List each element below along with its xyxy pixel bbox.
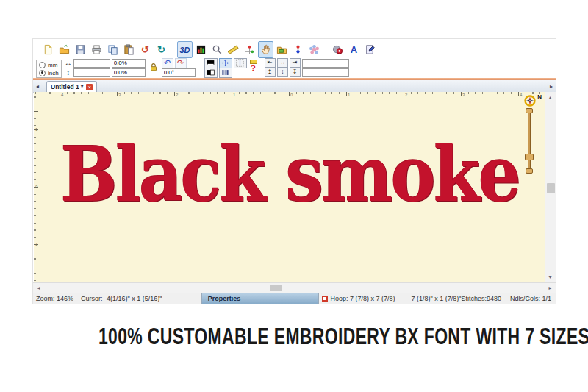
slider-bottom-knob[interactable] — [526, 168, 533, 174]
scroll-up-icon[interactable]: ▴ — [545, 93, 555, 102]
align-bottom-button[interactable]: ↧ — [290, 68, 301, 77]
marketing-caption: 100% CUSTOMABLE EMBROIDERY BX FONT WITH … — [0, 324, 588, 350]
unit-mm-option[interactable]: mm — [39, 61, 59, 68]
align-top-button[interactable]: ↥ — [265, 68, 276, 77]
zoom-level: Zoom: 146% — [36, 295, 74, 302]
stitch-pattern-icon[interactable] — [306, 41, 322, 58]
mm-radio[interactable] — [39, 62, 46, 68]
redo-button[interactable]: ↷ — [175, 58, 187, 68]
ruler-top-label: 3 — [462, 93, 465, 97]
status-right: Hoop: 7 (7/8) x 7 (7/8) 7 (1/8)" x 1 (7/… — [319, 295, 556, 302]
main-toolbar: ↺↻3DA — [40, 40, 378, 59]
measure-tool-icon[interactable] — [226, 41, 241, 58]
open-file-icon[interactable] — [57, 41, 72, 58]
contrast-view-button[interactable] — [204, 68, 218, 78]
toolbar-separator — [173, 43, 173, 57]
width-input[interactable] — [74, 59, 110, 68]
vertical-scrollbar[interactable]: ▴ ▾ — [545, 92, 556, 282]
properties-label: Properties — [202, 295, 319, 302]
properties-panel-bar[interactable]: Properties — [201, 293, 320, 304]
fit-to-window-button[interactable] — [234, 58, 247, 68]
design-properties-icon[interactable] — [330, 41, 345, 58]
needles-colors: Ndls/Cols: 1/1 — [510, 295, 556, 302]
save-file-icon[interactable] — [73, 41, 88, 58]
print-icon[interactable] — [89, 41, 104, 58]
paste-icon[interactable] — [121, 41, 137, 58]
ruler-top-label: 3 — [118, 93, 121, 97]
new-file-icon[interactable] — [40, 41, 56, 58]
ruler-left-label: 1 — [35, 242, 37, 246]
vertical-resize-icon: ↕ — [65, 68, 72, 76]
height-input[interactable] — [74, 68, 110, 77]
ruler-left-label: 1 — [35, 127, 37, 132]
horizontal-resize-icon: ↔ — [65, 59, 72, 67]
half-rect-icon — [206, 68, 215, 76]
question-icon: ? — [251, 64, 256, 73]
toolbar-separator — [326, 43, 326, 57]
page: ↺↻3DA mm inch ↔ ↕ — [0, 0, 588, 392]
lock-icon — [148, 62, 159, 73]
rotation-input[interactable] — [162, 68, 196, 77]
cursor-position: Cursor: -4(1/16)" x 1 (5/16)" — [81, 295, 162, 302]
vertical-scroll-thumb[interactable] — [547, 183, 555, 193]
aspect-lock-button[interactable] — [148, 62, 159, 74]
copy-icon[interactable] — [105, 41, 121, 58]
height-percent-input[interactable] — [112, 68, 146, 77]
select-hand-icon[interactable] — [258, 41, 273, 58]
move-cross-icon — [220, 59, 230, 67]
center-design-button[interactable] — [219, 58, 232, 68]
ruler-top-label: 0 — [290, 93, 293, 97]
density-view-button[interactable] — [219, 68, 232, 78]
document-tabbar: ◂ Untitled 1 * × ▸ — [33, 80, 556, 93]
inch-radio[interactable] — [39, 70, 46, 76]
show-hoop-button[interactable] — [204, 58, 218, 68]
fit-cross-icon — [235, 59, 245, 67]
ruler-top-label: 2 — [405, 93, 407, 97]
horizontal-scrollbar[interactable]: ◂ ▸ — [33, 282, 556, 293]
hoop-view-icon — [206, 59, 215, 67]
position-x-input[interactable] — [302, 59, 349, 68]
compass-icon[interactable] — [524, 95, 536, 107]
horizontal-scroll-thumb[interactable] — [270, 285, 282, 291]
unit-inch-option[interactable]: inch — [39, 69, 59, 76]
design-canvas[interactable]: 432101234101 Black smoke N — [34, 92, 545, 282]
tab-scroll-right-icon[interactable]: ▸ — [547, 82, 556, 92]
transform-toolbar: mm inch ↔ ↕ — [36, 59, 349, 78]
design-size: 7 (1/8)" x 1 (7/8)" — [412, 295, 462, 302]
slider-track[interactable] — [528, 113, 531, 170]
undo-button[interactable]: ↶ — [162, 58, 173, 68]
stitch-simulator-icon[interactable] — [242, 41, 257, 58]
inch-radio-label: inch — [48, 70, 59, 76]
notes-tool-icon[interactable] — [362, 41, 378, 58]
view-3d-icon[interactable]: 3D — [177, 41, 193, 58]
ruler-top-label: 2 — [176, 93, 178, 97]
needle-points-icon[interactable] — [290, 41, 306, 58]
slider-handle[interactable] — [525, 154, 534, 160]
zoom-tool-icon[interactable] — [209, 41, 225, 58]
embroidery-app-window: ↺↻3DA mm inch ↔ ↕ — [32, 38, 556, 304]
rotate-ccw-icon[interactable]: ↺ — [137, 41, 153, 58]
ruler-top-label: 1 — [233, 93, 235, 97]
scroll-down-icon[interactable]: ▾ — [545, 272, 555, 282]
tab-untitled-1[interactable]: Untitled 1 * × — [46, 81, 97, 92]
rotate-cw-icon[interactable]: ↻ — [154, 41, 169, 58]
hoop-icon — [322, 296, 328, 302]
scroll-right-icon[interactable]: ▸ — [545, 283, 555, 293]
align-middle-button[interactable]: ↕ — [277, 68, 288, 77]
mm-radio-label: mm — [48, 62, 57, 68]
stitch-help-button[interactable]: ? — [250, 60, 257, 73]
stitch-slider — [525, 108, 532, 174]
status-bar: Zoom: 146% Cursor: -4(1/16)" x 1 (5/16)"… — [33, 293, 556, 304]
north-label: N — [537, 93, 542, 100]
align-center-h-button[interactable]: ↔ — [277, 58, 288, 68]
tab-close-icon[interactable]: × — [86, 84, 93, 90]
tab-scroll-left-icon[interactable]: ◂ — [33, 82, 42, 92]
align-right-button[interactable]: ⇥ — [290, 58, 301, 68]
design-library-icon[interactable] — [274, 41, 290, 58]
width-percent-input[interactable] — [112, 59, 146, 68]
scroll-left-icon[interactable]: ◂ — [34, 283, 43, 293]
color-sequence-icon[interactable] — [193, 41, 209, 58]
position-y-input[interactable] — [302, 68, 349, 77]
lettering-tool-icon[interactable]: A — [346, 41, 362, 58]
align-left-button[interactable]: ⇤ — [265, 58, 276, 68]
